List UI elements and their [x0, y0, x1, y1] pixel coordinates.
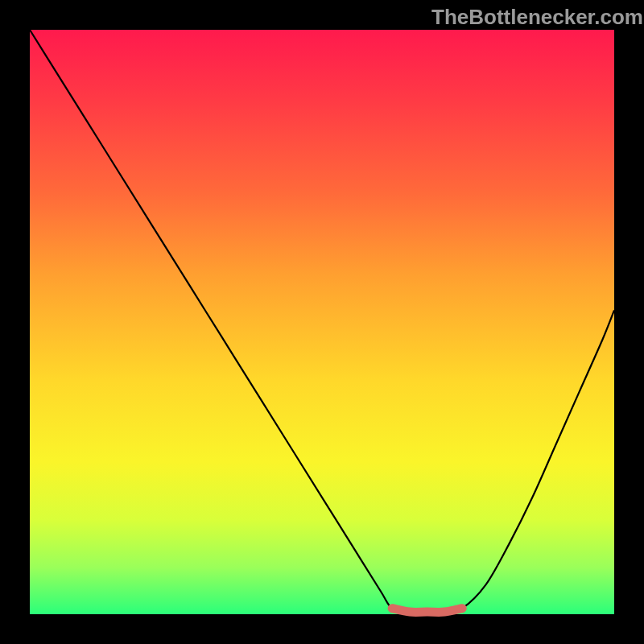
- bottleneck-curve: [30, 30, 614, 613]
- curve-layer: [0, 0, 644, 644]
- optimal-band: [392, 609, 462, 613]
- chart-frame: TheBottlenecker.com: [0, 0, 644, 644]
- watermark-text: TheBottlenecker.com: [431, 5, 643, 30]
